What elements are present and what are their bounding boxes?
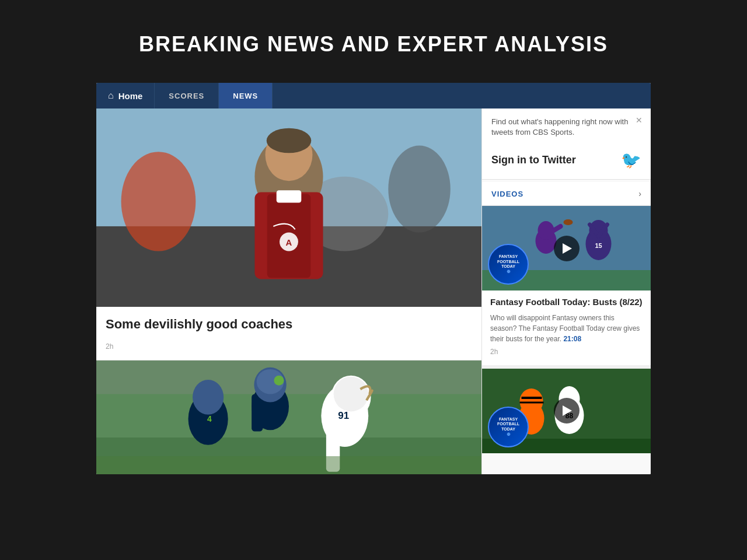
- tab-news[interactable]: NEWS: [219, 83, 273, 108]
- second-article[interactable]: 91 4: [96, 360, 481, 474]
- svg-text:A: A: [286, 238, 292, 247]
- video-card-2: 88: [482, 369, 651, 453]
- featured-article[interactable]: A Some devilishly good coaches 2h: [96, 108, 481, 360]
- video-info-1: Fantasy Football Today: Busts (8/22) Who…: [482, 290, 651, 363]
- video-thumbnail-1[interactable]: 15 FANTASYFOOTBALLTODAY ⊕: [482, 206, 651, 290]
- videos-expand-icon: ›: [638, 189, 641, 198]
- fantasy-badge-1: FANTASYFOOTBALLTODAY ⊕: [488, 244, 529, 285]
- nav-tabs: SCORES NEWS: [155, 83, 273, 108]
- video-thumbnail-2[interactable]: 88: [482, 369, 651, 453]
- sidebar: ✕ Find out what's happening right now wi…: [481, 108, 651, 474]
- svg-rect-30: [96, 456, 481, 474]
- videos-header[interactable]: VIDEOS ›: [482, 182, 651, 206]
- play-icon-2: [563, 405, 572, 416]
- content-area: A Some devilishly good coaches 2h: [96, 108, 651, 474]
- fantasy-badge-2: FANTASYFOOTBALLTODAY ⊕: [488, 407, 529, 447]
- twitter-bird-icon[interactable]: 🐦: [621, 150, 641, 170]
- nav-bar: ⌂ Home SCORES NEWS: [96, 83, 651, 108]
- videos-section: VIDEOS ›: [482, 182, 651, 453]
- page-title: BREAKING NEWS AND EXPERT ANALYSIS: [139, 0, 608, 83]
- play-button-1[interactable]: [554, 236, 580, 261]
- tab-scores[interactable]: SCORES: [155, 83, 219, 108]
- svg-text:15: 15: [595, 242, 602, 249]
- featured-title: Some devilishly good coaches: [106, 316, 472, 333]
- videos-label: VIDEOS: [491, 190, 523, 198]
- svg-point-3: [388, 146, 450, 233]
- svg-text:91: 91: [338, 410, 349, 421]
- svg-point-21: [274, 375, 284, 385]
- video-desc-1: Who will disappoint Fantasy owners this …: [490, 313, 643, 344]
- nav-home-button[interactable]: ⌂ Home: [96, 83, 155, 108]
- svg-point-28: [193, 380, 224, 415]
- svg-text:4: 4: [207, 414, 212, 424]
- twitter-signin: Sign in to Twitter 🐦: [491, 145, 641, 171]
- twitter-signin-text: Sign in to Twitter: [491, 154, 576, 166]
- featured-caption: Some devilishly good coaches: [96, 307, 481, 338]
- svg-point-7: [267, 128, 312, 153]
- featured-time: 2h: [96, 338, 481, 360]
- home-icon: ⌂: [108, 90, 114, 101]
- svg-rect-15: [96, 360, 481, 394]
- twitter-section: ✕ Find out what's happening right now wi…: [482, 108, 651, 180]
- video-card-1: 15 FANTASYFOOTBALLTODAY ⊕: [482, 206, 651, 363]
- featured-image: A: [96, 108, 481, 307]
- play-button-2[interactable]: [554, 398, 580, 424]
- play-icon-1: [563, 243, 572, 254]
- second-article-image: 91 4: [96, 360, 481, 474]
- video-time-1: 2h: [490, 348, 643, 356]
- main-container: ⌂ Home SCORES NEWS: [96, 83, 651, 474]
- main-column: A Some devilishly good coaches 2h: [96, 108, 481, 474]
- svg-point-25: [334, 376, 369, 411]
- nav-home-label: Home: [118, 91, 143, 101]
- svg-point-35: [564, 219, 573, 225]
- svg-rect-18: [252, 394, 263, 431]
- video-title-1: Fantasy Football Today: Busts (8/22): [490, 296, 643, 308]
- twitter-promo-text: Find out what's happening right now with…: [491, 117, 641, 138]
- svg-point-48: [520, 388, 543, 414]
- twitter-close-button[interactable]: ✕: [636, 116, 643, 125]
- svg-point-2: [121, 152, 196, 251]
- svg-rect-10: [277, 190, 302, 202]
